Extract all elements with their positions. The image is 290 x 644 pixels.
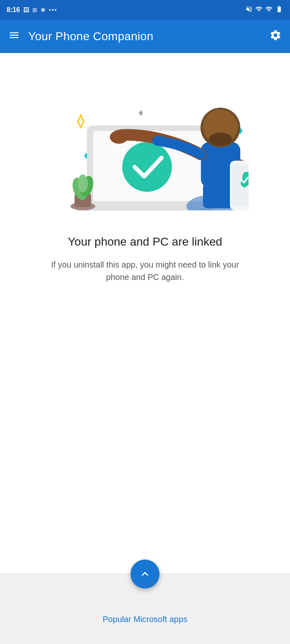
mute-icon [245, 5, 253, 14]
wifi-icon [255, 5, 263, 14]
settings-icon[interactable] [269, 29, 282, 44]
status-bar-right [245, 5, 283, 14]
svg-point-20 [110, 130, 128, 144]
svg-point-11 [122, 142, 172, 192]
linked-title: Your phone and PC are linked [68, 235, 222, 248]
svg-marker-0 [78, 115, 84, 128]
app-bar: Your Phone Companion [0, 20, 290, 53]
chevron-up-icon [138, 567, 152, 581]
app-bar-left: Your Phone Companion [8, 29, 153, 43]
illustration-area [17, 53, 273, 227]
main-content: Your phone and PC are linked If you unin… [0, 53, 290, 574]
grid-icon: ⊞ [32, 7, 37, 13]
popular-apps-fab[interactable] [130, 560, 160, 589]
battery-icon [275, 5, 283, 14]
photo-icon: 🖼 [23, 7, 29, 13]
status-bar: 8:16 🖼 ⊞ ❋ ••• [0, 0, 290, 20]
svg-point-16 [78, 174, 88, 193]
linked-subtitle: If you uninstall this app, you might nee… [46, 258, 244, 283]
app-title: Your Phone Companion [28, 30, 153, 43]
bottom-section: Popular Microsoft apps [0, 574, 290, 644]
status-bar-left: 8:16 🖼 ⊞ ❋ ••• [7, 6, 58, 14]
signal-icon [265, 5, 273, 14]
more-icon: ••• [49, 7, 58, 13]
popular-apps-label[interactable]: Popular Microsoft apps [103, 615, 188, 624]
hamburger-menu-icon[interactable] [8, 29, 20, 43]
linked-illustration [41, 78, 249, 210]
grid2-icon: ❋ [41, 7, 46, 13]
svg-marker-1 [139, 110, 143, 116]
status-time: 8:16 [7, 6, 20, 14]
